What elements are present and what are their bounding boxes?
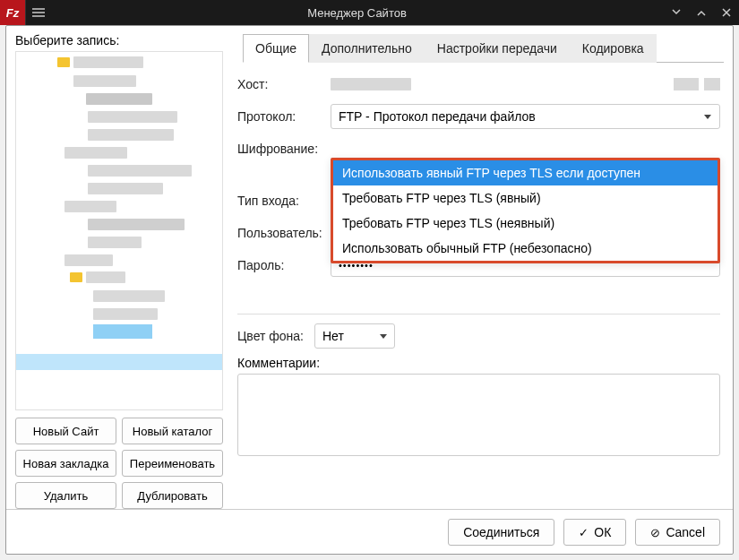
new-site-button[interactable]: Новый Сайт	[15, 418, 116, 444]
encryption-dropdown[interactable]: Использовать явный FTP через TLS если до…	[331, 158, 720, 263]
host-label: Хост:	[237, 77, 331, 91]
delete-button[interactable]: Удалить	[15, 482, 116, 509]
encryption-option-2[interactable]: Требовать FTP через TLS (неявный)	[333, 211, 718, 236]
title-bar: Fz Менеджер Сайтов	[0, 0, 739, 25]
password-label: Пароль:	[237, 258, 331, 272]
new-bookmark-button[interactable]: Новая закладка	[15, 450, 116, 477]
hamburger-icon[interactable]	[25, 0, 50, 25]
tab-general[interactable]: Общие	[243, 34, 309, 63]
duplicate-button[interactable]: Дублировать	[122, 482, 223, 509]
connect-button[interactable]: Соединиться	[448, 519, 554, 546]
bgcolor-label: Цвет фона:	[237, 329, 314, 343]
ok-button[interactable]: ОК	[563, 519, 626, 546]
encryption-option-1[interactable]: Требовать FTP через TLS (явный)	[333, 185, 718, 211]
user-label: Пользователь:	[237, 226, 331, 240]
bgcolor-select[interactable]: Нет	[314, 323, 395, 349]
check-icon	[579, 525, 589, 539]
app-logo: Fz	[0, 0, 25, 25]
close-button[interactable]	[716, 2, 737, 23]
protocol-label: Протокол:	[237, 109, 331, 124]
sites-tree[interactable]	[15, 51, 223, 410]
comments-textarea[interactable]	[237, 374, 720, 456]
maximize-button[interactable]	[691, 2, 712, 23]
tab-encoding[interactable]: Кодировка	[570, 34, 657, 63]
new-folder-button[interactable]: Новый каталог	[122, 418, 223, 444]
dialog-footer: Соединиться ОК Cancel	[6, 509, 733, 554]
logon-type-label: Тип входа:	[237, 194, 331, 208]
form-divider	[237, 314, 720, 314]
window-title: Менеджер Сайтов	[50, 6, 664, 20]
comments-label: Комментарии:	[237, 356, 720, 370]
bgcolor-value: Нет	[322, 329, 344, 343]
protocol-select[interactable]: FTP - Протокол передачи файлов	[331, 104, 720, 129]
cancel-icon	[650, 525, 660, 539]
encryption-option-0[interactable]: Использовать явный FTP через TLS если до…	[333, 160, 718, 185]
rename-button[interactable]: Переименовать	[122, 450, 223, 477]
host-input[interactable]	[331, 73, 720, 96]
tab-advanced[interactable]: Дополнительно	[309, 34, 425, 63]
tab-bar: Общие Дополнительно Настройки передачи К…	[243, 33, 724, 63]
minimize-button[interactable]	[666, 2, 687, 23]
protocol-value: FTP - Протокол передачи файлов	[339, 109, 536, 124]
encryption-option-3[interactable]: Использовать обычный FTP (небезопасно)	[333, 236, 718, 261]
encryption-label: Шифрование:	[237, 142, 331, 156]
select-entry-label: Выберите запись:	[15, 33, 223, 47]
site-manager-dialog: Выберите запись:	[5, 25, 734, 555]
cancel-button[interactable]: Cancel	[635, 519, 720, 546]
tab-transfer[interactable]: Настройки передачи	[425, 34, 570, 63]
